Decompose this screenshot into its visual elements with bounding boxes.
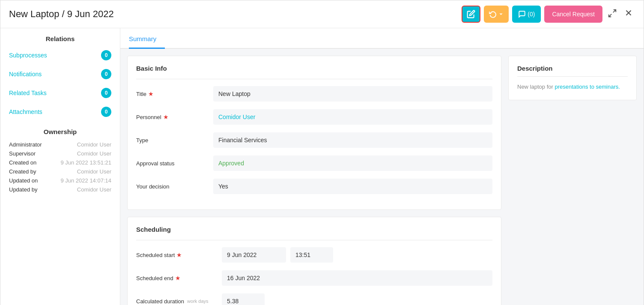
scheduling-values-duration: 5.38 <box>222 293 492 305</box>
modal-title: New Laptop / 9 Jun 2022 <box>9 9 114 20</box>
required-star-personnel: ★ <box>163 114 169 120</box>
ownership-row-supervisor: Supervisor Comidor User <box>9 150 111 157</box>
sidebar-notifications-badge: 0 <box>101 69 111 79</box>
ownership-key-administrator: Administrator <box>9 141 48 148</box>
scheduling-values-end: 16 Jun 2022 <box>222 270 492 286</box>
description-title: Description <box>517 65 628 77</box>
header-actions: (0) Cancel Request <box>462 6 635 23</box>
ownership-section: Ownership Administrator Comidor User Sup… <box>0 121 120 199</box>
sidebar-item-notifications[interactable]: Notifications 0 <box>0 65 120 84</box>
form-row-your-decision: Your decision Yes <box>136 178 492 195</box>
sidebar-item-related-tasks-label: Related Tasks <box>9 90 47 96</box>
scheduling-title: Scheduling <box>136 226 492 233</box>
ownership-row-created-on: Created on 9 Jun 2022 13:51:21 <box>9 159 111 166</box>
ownership-val-supervisor: Comidor User <box>77 150 111 157</box>
ownership-key-created-on: Created on <box>9 159 48 166</box>
close-button[interactable] <box>622 6 635 22</box>
sidebar-subprocesses-badge: 0 <box>101 50 111 60</box>
sidebar-item-attachments-label: Attachments <box>9 108 42 115</box>
form-label-approval-status: Approval status <box>136 160 213 167</box>
ownership-key-supervisor: Supervisor <box>9 150 48 157</box>
comments-count: (0) <box>528 11 535 18</box>
required-star-start: ★ <box>176 251 182 258</box>
scheduling-values-start: 9 Jun 2022 13:51 <box>222 247 492 263</box>
modal-body: Relations Subprocesses 0 Notifications 0… <box>0 28 644 305</box>
sidebar-attachments-badge: 0 <box>101 107 111 117</box>
scheduling-label-start: Scheduled start ★ <box>136 251 222 258</box>
description-panel: Description New laptop for presentations… <box>508 56 637 305</box>
form-row-personnel: Personnel ★ Comidor User <box>136 108 492 126</box>
comments-button[interactable]: (0) <box>512 6 541 23</box>
duration-sublabel: work days <box>186 299 209 304</box>
ownership-val-created-by: Comidor User <box>77 168 111 175</box>
scheduling-label-duration: Calculated duration work days <box>136 298 222 305</box>
scheduling-label-end: Scheduled end ★ <box>136 275 222 281</box>
description-link: presentations to seminars. <box>555 84 620 90</box>
required-star-end: ★ <box>175 275 181 281</box>
sidebar-related-tasks-badge: 0 <box>101 88 111 98</box>
scheduling-card: Scheduling Scheduled start ★ 9 Jun 2022 … <box>127 217 501 305</box>
form-label-title: Title ★ <box>136 90 213 97</box>
ownership-row-administrator: Administrator Comidor User <box>9 141 111 148</box>
form-label-your-decision: Your decision <box>136 183 213 190</box>
ownership-key-updated-on: Updated on <box>9 177 48 184</box>
content-area: Basic Info Title ★ New Laptop Personnel <box>120 49 644 305</box>
sidebar-item-subprocesses[interactable]: Subprocesses 0 <box>0 46 120 65</box>
tabs-bar: Summary <box>120 28 644 49</box>
tab-summary-label: Summary <box>129 35 156 42</box>
form-value-personnel[interactable]: Comidor User <box>213 109 492 125</box>
svg-line-1 <box>609 14 611 16</box>
sidebar: Relations Subprocesses 0 Notifications 0… <box>0 28 120 305</box>
required-star-title: ★ <box>148 90 154 97</box>
scheduled-start-date: 9 Jun 2022 <box>222 247 286 263</box>
sidebar-item-notifications-label: Notifications <box>9 71 42 78</box>
sidebar-item-subprocesses-label: Subprocesses <box>9 52 47 59</box>
scheduling-row-end: Scheduled end ★ 16 Jun 2022 <box>136 269 492 287</box>
ownership-val-updated-on: 9 Jun 2022 14:07:14 <box>60 177 111 184</box>
scheduled-end-date: 16 Jun 2022 <box>222 270 492 286</box>
scheduled-start-time: 13:51 <box>290 247 333 263</box>
form-value-approval-status: Approved <box>213 155 492 171</box>
history-button[interactable] <box>484 6 509 23</box>
ownership-row-created-by: Created by Comidor User <box>9 168 111 175</box>
ownership-val-updated-by: Comidor User <box>77 186 111 193</box>
basic-info-card: Basic Info Title ★ New Laptop Personnel <box>127 56 501 210</box>
form-label-type: Type <box>136 137 213 144</box>
ownership-key-created-by: Created by <box>9 168 48 175</box>
form-value-title: New Laptop <box>213 86 492 102</box>
edit-button[interactable] <box>462 6 480 23</box>
ownership-val-administrator: Comidor User <box>77 141 111 148</box>
scheduling-row-start: Scheduled start ★ 9 Jun 2022 13:51 <box>136 246 492 263</box>
modal-header: New Laptop / 9 Jun 2022 <box>0 0 644 28</box>
main-content: Summary Basic Info Title ★ <box>120 28 644 305</box>
form-value-type: Financial Services <box>213 132 492 148</box>
basic-info-title: Basic Info <box>136 65 492 72</box>
form-value-your-decision: Yes <box>213 179 492 194</box>
ownership-key-updated-by: Updated by <box>9 186 48 193</box>
tab-summary[interactable]: Summary <box>129 29 165 49</box>
relations-title: Relations <box>0 28 120 46</box>
description-text: New laptop for presentations to seminars… <box>517 83 628 91</box>
form-row-title: Title ★ New Laptop <box>136 85 492 102</box>
form-row-type: Type Financial Services <box>136 132 492 149</box>
sidebar-item-related-tasks[interactable]: Related Tasks 0 <box>0 84 120 102</box>
main-panel: Basic Info Title ★ New Laptop Personnel <box>127 56 501 305</box>
fullscreen-button[interactable] <box>606 7 619 22</box>
scheduling-row-duration: Calculated duration work days 5.38 <box>136 293 492 305</box>
form-row-approval-status: Approval status Approved <box>136 155 492 172</box>
svg-line-0 <box>613 9 616 12</box>
ownership-val-created-on: 9 Jun 2022 13:51:21 <box>60 159 111 166</box>
sidebar-item-attachments[interactable]: Attachments 0 <box>0 102 120 121</box>
description-card: Description New laptop for presentations… <box>508 56 637 100</box>
cancel-request-button[interactable]: Cancel Request <box>544 6 602 23</box>
ownership-row-updated-on: Updated on 9 Jun 2022 14:07:14 <box>9 177 111 184</box>
ownership-row-updated-by: Updated by Comidor User <box>9 186 111 193</box>
ownership-title: Ownership <box>9 128 111 135</box>
form-label-personnel: Personnel ★ <box>136 114 213 120</box>
calculated-duration-value: 5.38 <box>222 293 265 305</box>
